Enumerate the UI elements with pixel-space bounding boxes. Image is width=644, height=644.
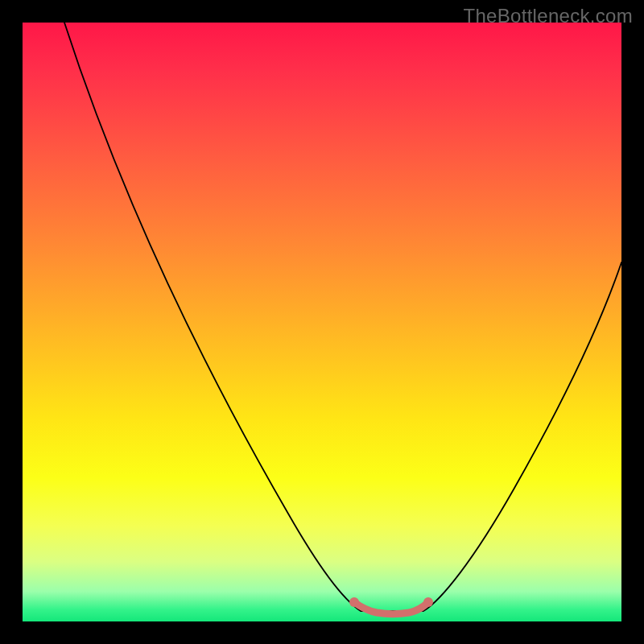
bottleneck-curve (64, 23, 621, 611)
valley-dot-left (349, 597, 359, 607)
valley-dot-right (423, 597, 433, 607)
watermark-text: TheBottleneck.com (463, 5, 633, 27)
plot-area (23, 23, 621, 621)
chart-frame: TheBottleneck.com (0, 0, 644, 644)
valley-highlight (354, 602, 428, 614)
bottleneck-curve-svg (23, 23, 621, 621)
